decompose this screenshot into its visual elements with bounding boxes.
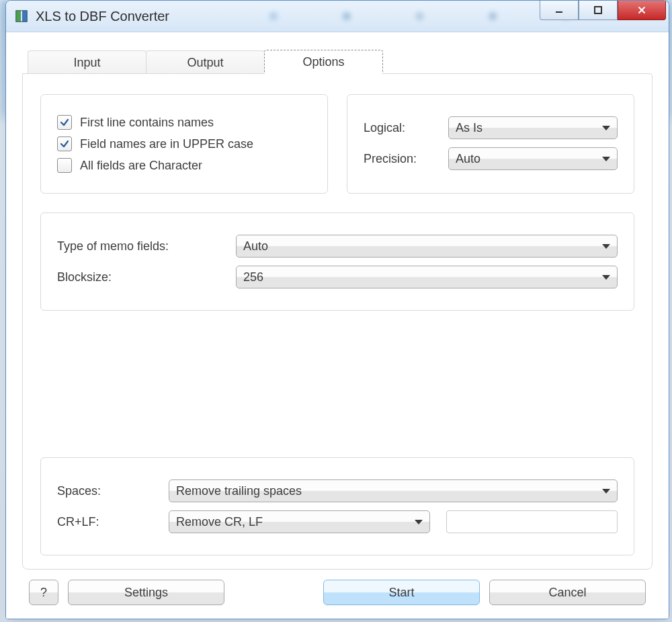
combo-logical-value: As Is xyxy=(456,121,597,135)
combo-memo-type-value: Auto xyxy=(243,239,597,254)
combo-blocksize[interactable]: 256 xyxy=(236,266,618,288)
help-icon: ? xyxy=(40,586,47,600)
title-bar[interactable]: XLS to DBF Converter xyxy=(6,1,669,32)
svg-rect-1 xyxy=(22,11,27,22)
combo-crlf-value: Remove CR, LF xyxy=(176,515,409,529)
combo-precision[interactable]: Auto xyxy=(448,147,618,170)
group-memo: Type of memo fields: Auto Blocksize: 256 xyxy=(40,212,634,311)
tab-page-options: First line contains names Field names ar… xyxy=(22,73,653,570)
footer-bar: ? Settings Start Cancel xyxy=(22,570,653,609)
checkbox-upper-case[interactable] xyxy=(57,137,72,151)
label-crlf: CR+LF: xyxy=(57,515,158,529)
svg-rect-4 xyxy=(595,7,601,13)
label-upper-case[interactable]: Field names are in UPPER case xyxy=(80,137,253,151)
tab-output-label: Output xyxy=(187,56,223,70)
label-memo-type: Type of memo fields: xyxy=(57,239,225,254)
label-spaces: Spaces: xyxy=(57,484,158,498)
client-area: Input Output Options First line contains… xyxy=(6,32,669,619)
close-button[interactable] xyxy=(618,1,666,20)
cancel-button-label: Cancel xyxy=(548,586,586,600)
label-first-line-names[interactable]: First line contains names xyxy=(80,116,214,130)
checkbox-all-char[interactable] xyxy=(57,158,72,173)
checkbox-first-line-names[interactable] xyxy=(57,115,72,130)
help-button[interactable]: ? xyxy=(29,580,58,605)
combo-memo-type[interactable]: Auto xyxy=(236,235,618,258)
settings-button-label: Settings xyxy=(124,586,168,600)
group-type-settings: Logical: As Is Precision: Auto xyxy=(347,94,634,194)
tab-input-label: Input xyxy=(73,56,100,70)
chevron-down-icon xyxy=(602,244,610,249)
tab-output[interactable]: Output xyxy=(146,50,265,74)
cancel-button[interactable]: Cancel xyxy=(489,580,646,605)
app-icon xyxy=(14,9,29,24)
start-button[interactable]: Start xyxy=(323,580,480,605)
label-precision: Precision: xyxy=(364,152,437,166)
tab-strip: Input Output Options xyxy=(28,50,653,74)
window-controls xyxy=(540,1,666,20)
group-fieldnames: First line contains names Field names ar… xyxy=(40,94,328,194)
maximize-button[interactable] xyxy=(579,1,618,20)
combo-logical[interactable]: As Is xyxy=(448,116,618,139)
combo-blocksize-value: 256 xyxy=(243,270,597,284)
minimize-button[interactable] xyxy=(540,1,579,20)
app-window: XLS to DBF Converter Input Output Option… xyxy=(5,0,669,619)
start-button-label: Start xyxy=(388,586,414,600)
combo-precision-value: Auto xyxy=(456,152,597,166)
settings-button[interactable]: Settings xyxy=(68,580,224,605)
svg-rect-0 xyxy=(16,11,21,22)
chevron-down-icon xyxy=(602,126,610,130)
chevron-down-icon xyxy=(415,520,423,524)
group-strings: Spaces: Remove trailing spaces CR+LF: Re… xyxy=(40,457,634,555)
tab-options[interactable]: Options xyxy=(264,50,383,74)
label-blocksize: Blocksize: xyxy=(57,270,225,284)
combo-spaces[interactable]: Remove trailing spaces xyxy=(169,479,618,502)
tab-input[interactable]: Input xyxy=(28,50,146,74)
tab-options-label: Options xyxy=(302,55,344,69)
label-logical: Logical: xyxy=(364,121,437,135)
chevron-down-icon xyxy=(602,489,610,494)
label-all-char[interactable]: All fields are Character xyxy=(80,159,202,173)
combo-crlf[interactable]: Remove CR, LF xyxy=(169,510,430,533)
spacer xyxy=(40,329,634,438)
chevron-down-icon xyxy=(602,157,610,161)
options-row-1: First line contains names Field names ar… xyxy=(40,94,634,194)
svg-rect-3 xyxy=(556,11,562,13)
input-crlf-replacement[interactable] xyxy=(446,510,618,533)
chevron-down-icon xyxy=(602,275,610,280)
combo-spaces-value: Remove trailing spaces xyxy=(176,484,597,498)
window-title: XLS to DBF Converter xyxy=(36,9,169,24)
